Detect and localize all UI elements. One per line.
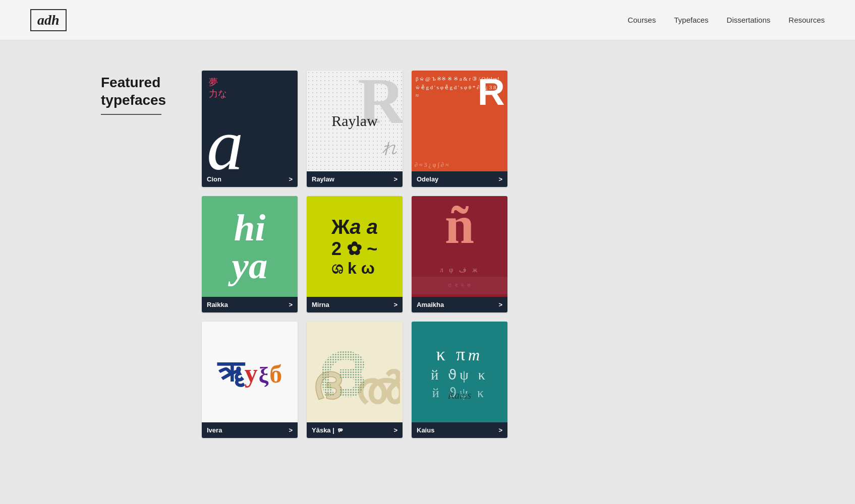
card-amaikha[interactable]: ñ л φ ف ж ত ব দ ক Amaikha > [412,196,507,312]
card-raylaw-label: Raylaw > [307,171,403,187]
card-ivera[interactable]: ॠ y ξ б Ivera > [202,322,298,438]
card-yaska[interactable]: ദ ദ ദ ൽ Yāska | ယာႏ > [307,322,403,438]
card-cion-label: Cion > [202,171,298,187]
card-yaska-image: ദ ദ ദ ൽ [307,322,403,422]
card-mirna[interactable]: Жa a 2 ✿ ~ ශ k ω Mirna > [307,196,403,312]
card-amaikha-image: ñ л φ ف ж ত ব দ ক [412,196,507,297]
section-title: Featured typefaces [101,71,172,438]
card-kaius-image: κ πm й ϑψ κ й ϑψ κ Kaius [412,322,507,422]
card-ivera-image: ॠ y ξ б [202,322,298,422]
card-mirna-image: Жa a 2 ✿ ~ ශ k ω [307,196,403,297]
card-odelay[interactable]: β ŵ @ Ъ ※※ ※ ※ a & r ③ / Odelay! ŵ ẽ g d… [412,71,507,187]
card-amaikha-label: Amaikha > [412,297,507,312]
card-raylaw-image: R Raylaw れ [307,71,403,171]
card-kaius-label: Kaius > [412,422,507,438]
card-mirna-label: Mirna > [307,297,403,312]
card-ivera-label: Ivera > [202,422,298,438]
svg-text:ദ: ദ [312,358,342,408]
card-raikka-image: hiya [202,196,298,297]
nav-courses[interactable]: Courses [628,16,656,24]
nav-resources[interactable]: Resources [788,16,825,24]
card-yaska-label: Yāska | ယာႏ > [307,422,403,438]
svg-text:ൽ: ൽ [355,365,400,413]
nav-dissertations[interactable]: Dissertations [727,16,771,24]
card-cion[interactable]: 夢力な a Cion > [202,71,298,187]
card-raikka-label: Raikka > [202,297,298,312]
typefaces-grid: 夢力な a Cion > R Raylaw れ Raylaw > [202,71,507,438]
card-cion-image: 夢力な a [202,71,298,171]
card-odelay-label: Odelay > [412,171,507,187]
logo[interactable]: adh [30,9,67,31]
main-content: Featured typefaces 夢力な a Cion > R Raylaw… [0,40,855,468]
nav-typefaces[interactable]: Typefaces [674,16,708,24]
card-raikka[interactable]: hiya Raikka > [202,196,298,312]
header: adh Courses Typefaces Dissertations Reso… [0,0,855,40]
card-kaius[interactable]: κ πm й ϑψ κ й ϑψ κ Kaius Kaius > [412,322,507,438]
main-nav: Courses Typefaces Dissertations Resource… [628,16,825,25]
card-odelay-image: β ŵ @ Ъ ※※ ※ ※ a & r ③ / Odelay! ŵ ẽ g d… [412,71,507,171]
card-raylaw[interactable]: R Raylaw れ Raylaw > [307,71,403,187]
